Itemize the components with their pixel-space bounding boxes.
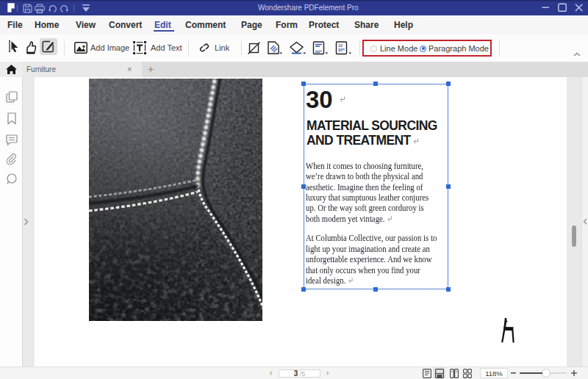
- svg-text:20: 20: [338, 48, 343, 52]
